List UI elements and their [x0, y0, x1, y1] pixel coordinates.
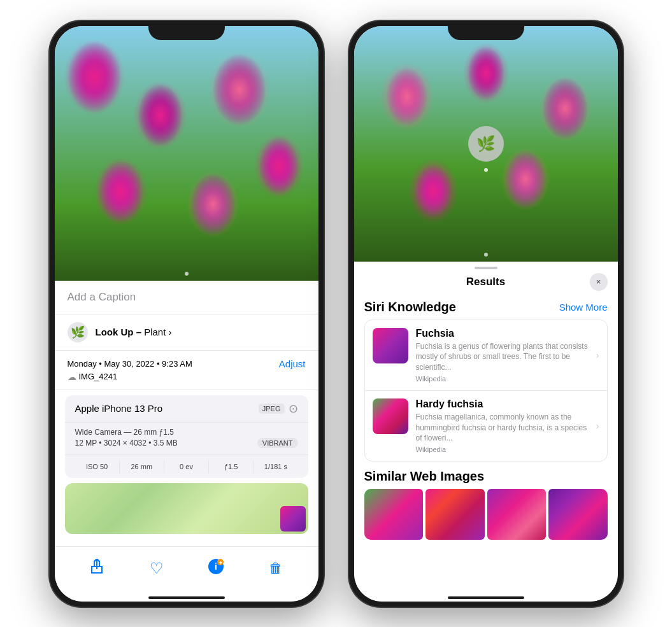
- similar-image-2[interactable]: [425, 489, 485, 540]
- fuchsia-source: Wikipedia: [416, 375, 589, 383]
- hardy-source: Wikipedia: [416, 446, 589, 453]
- right-page-indicator: [484, 253, 488, 257]
- hardy-chevron: ›: [596, 421, 599, 431]
- metadata-section: Monday • May 30, 2022 • 9:23 AM Adjust ☁…: [55, 351, 318, 390]
- similar-image-3[interactable]: [487, 489, 547, 540]
- right-phone-screen: 🌿 Results × Siri Knowledge Show More: [354, 26, 618, 602]
- info-icon: i ✦: [208, 558, 224, 579]
- camera-spec-2: 12 MP • 3024 × 4032 • 3.5 MB VIBRANT: [75, 438, 298, 448]
- left-phone-screen: Add a Caption 🌿 Look Up – Plant › Monday…: [55, 26, 318, 602]
- lookup-icon: 🌿: [68, 322, 88, 342]
- siri-knowledge-header: Siri Knowledge Show More: [364, 300, 608, 314]
- photo-filename: ☁ IMG_4241: [68, 372, 306, 382]
- show-more-button[interactable]: Show More: [559, 302, 608, 313]
- svg-text:i: i: [215, 561, 217, 572]
- leaf-icon: 🌿: [71, 325, 85, 339]
- exif-row: ISO 50 26 mm 0 ev ƒ1.5 1/181 s: [65, 455, 308, 478]
- exif-iso: ISO 50: [75, 460, 120, 473]
- lookup-dot: [484, 168, 488, 172]
- knowledge-item-hardy[interactable]: Hardy fuchsia Fuchsia magellanica, commo…: [365, 391, 607, 461]
- vibrant-badge: VIBRANT: [257, 438, 298, 448]
- home-indicator: [148, 596, 225, 599]
- similar-title: Similar Web Images: [364, 469, 485, 484]
- settings-icon: ⊙: [289, 402, 298, 416]
- fuchsia-chevron: ›: [596, 350, 599, 360]
- fuchsia-text: Fuchsia Fuchsia is a genus of flowering …: [416, 328, 589, 383]
- caption-placeholder: Add a Caption: [68, 291, 136, 303]
- trash-icon: 🗑: [269, 560, 283, 577]
- svg-text:✦: ✦: [218, 560, 223, 566]
- similar-images-grid: [364, 489, 608, 540]
- knowledge-card: Fuchsia Fuchsia is a genus of flowering …: [364, 320, 608, 462]
- close-icon: ×: [596, 277, 601, 286]
- camera-specs: Wide Camera — 26 mm ƒ1.5 12 MP • 3024 × …: [65, 423, 308, 455]
- lookup-leaf-icon: 🌿: [476, 135, 496, 153]
- info-button[interactable]: i ✦: [202, 554, 230, 582]
- delete-button[interactable]: 🗑: [262, 554, 290, 582]
- device-row: Apple iPhone 13 Pro JPEG ⊙: [65, 395, 308, 423]
- photo-detail-area: Add a Caption 🌿 Look Up – Plant › Monday…: [55, 281, 318, 546]
- right-photo-display[interactable]: 🌿: [354, 26, 618, 262]
- format-badge: JPEG: [259, 404, 285, 414]
- results-title: Results: [466, 276, 505, 288]
- lookup-text: Look Up – Plant ›: [96, 327, 172, 337]
- similar-image-4[interactable]: [548, 489, 608, 540]
- hardy-text: Hardy fuchsia Fuchsia magellanica, commo…: [416, 398, 589, 453]
- similar-header: Similar Web Images: [364, 469, 608, 484]
- favorite-button[interactable]: ♡: [143, 554, 171, 582]
- adjust-button[interactable]: Adjust: [279, 358, 306, 369]
- knowledge-item-fuchsia[interactable]: Fuchsia Fuchsia is a genus of flowering …: [365, 320, 607, 391]
- similar-section: Similar Web Images: [364, 469, 608, 540]
- hardy-name: Hardy fuchsia: [416, 398, 589, 410]
- exif-shutter: 1/181 s: [254, 460, 297, 473]
- results-sheet: Results × Siri Knowledge Show More: [354, 262, 618, 602]
- device-section: Apple iPhone 13 Pro JPEG ⊙ Wide Camera —…: [65, 395, 308, 478]
- right-phone-notch: [448, 21, 524, 40]
- hardy-description: Fuchsia magellanica, commonly known as t…: [416, 412, 589, 444]
- camera-spec-1: Wide Camera — 26 mm ƒ1.5: [75, 428, 298, 437]
- page-indicator: [185, 272, 189, 276]
- photo-date: Monday • May 30, 2022 • 9:23 AM: [68, 359, 192, 369]
- results-content: Siri Knowledge Show More Fuchsia Fuchsia…: [354, 295, 618, 602]
- siri-section-title: Siri Knowledge: [364, 300, 456, 314]
- right-phone: 🌿 Results × Siri Knowledge Show More: [349, 21, 623, 607]
- heart-icon: ♡: [150, 560, 164, 577]
- left-phone: Add a Caption 🌿 Look Up – Plant › Monday…: [50, 21, 324, 607]
- fuchsia-description: Fuchsia is a genus of flowering plants t…: [416, 341, 589, 373]
- device-badges: JPEG ⊙: [259, 402, 298, 416]
- flower-image: [55, 26, 318, 281]
- lookup-row[interactable]: 🌿 Look Up – Plant ›: [55, 314, 318, 351]
- exif-aperture: ƒ1.5: [209, 460, 254, 473]
- exif-ev: 0 ev: [164, 460, 209, 473]
- share-button[interactable]: [83, 554, 111, 582]
- similar-image-1[interactable]: [364, 489, 424, 540]
- photo-display[interactable]: [55, 26, 318, 281]
- phone-notch: [148, 21, 225, 40]
- visual-lookup-badge[interactable]: 🌿: [468, 126, 504, 162]
- hardy-thumbnail: [373, 398, 408, 434]
- results-header: Results ×: [354, 269, 618, 295]
- caption-field[interactable]: Add a Caption: [55, 281, 318, 314]
- map-photo-thumbnail: [280, 506, 306, 532]
- share-icon: [89, 559, 104, 578]
- exif-focal: 26 mm: [120, 460, 164, 473]
- bottom-toolbar: ♡ i ✦ 🗑: [55, 546, 318, 602]
- map-area[interactable]: [65, 483, 308, 534]
- device-name: Apple iPhone 13 Pro: [75, 403, 163, 414]
- close-button[interactable]: ×: [590, 273, 608, 291]
- right-home-indicator: [448, 596, 524, 599]
- fuchsia-name: Fuchsia: [416, 328, 589, 339]
- fuchsia-thumbnail: [373, 328, 408, 363]
